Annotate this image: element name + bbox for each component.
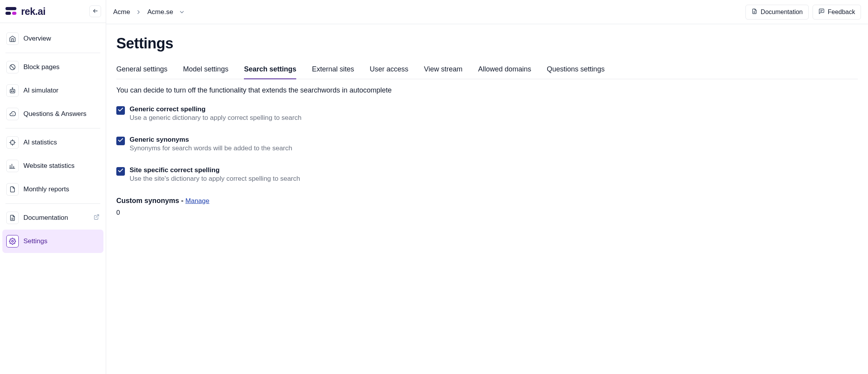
home-icon — [6, 32, 19, 45]
chat-icon — [818, 8, 825, 16]
document-icon — [751, 8, 758, 16]
checkbox-generic-synonyms[interactable] — [116, 137, 125, 145]
sidebar-item-label: Website statistics — [23, 162, 75, 170]
documentation-button[interactable]: Documentation — [745, 5, 809, 20]
svg-line-5 — [11, 66, 14, 69]
divider — [5, 128, 100, 128]
sidebar-item-settings[interactable]: Settings — [2, 230, 103, 253]
tab-search-settings[interactable]: Search settings — [244, 61, 296, 79]
cloud-question-icon: ? — [6, 108, 19, 120]
sidebar-item-label: Monthly reports — [23, 185, 69, 193]
checkbox-title: Generic correct spelling — [130, 105, 301, 113]
checkbox-row-generic-synonyms: Generic synonyms Synonyms for search wor… — [116, 136, 858, 152]
tab-model-settings[interactable]: Model settings — [183, 61, 228, 79]
sidebar-nav: Overview Block pages AI simulator ? Ques… — [0, 23, 106, 257]
svg-point-24 — [12, 240, 14, 242]
svg-rect-0 — [5, 7, 16, 10]
svg-rect-2 — [12, 12, 16, 15]
sidebar-item-label: AI simulator — [23, 87, 59, 94]
chevron-right-icon — [135, 9, 142, 15]
tab-allowed-domains[interactable]: Allowed domains — [478, 61, 531, 79]
tabs: General settings Model settings Search s… — [116, 61, 858, 79]
sidebar-item-label: Block pages — [23, 63, 60, 71]
check-icon — [117, 107, 124, 114]
sidebar-item-overview[interactable]: Overview — [2, 27, 103, 50]
checkbox-row-generic-correct-spelling: Generic correct spelling Use a generic d… — [116, 105, 858, 122]
breadcrumb: Acme Acme.se — [113, 8, 185, 16]
custom-synonyms-separator: - — [179, 197, 185, 205]
gear-icon — [6, 235, 19, 248]
brand-row: rek.ai — [0, 0, 106, 23]
topbar: Acme Acme.se Documentation — [106, 0, 868, 24]
sidebar-item-ai-simulator[interactable]: AI simulator — [2, 79, 103, 102]
sidebar: rek.ai Overview Block pages — [0, 0, 106, 374]
collapse-icon — [92, 8, 98, 15]
checkbox-desc: Use the site's dictionary to apply corre… — [130, 175, 300, 183]
checkbox-desc: Synonyms for search words will be added … — [130, 144, 292, 152]
chevron-down-icon[interactable] — [179, 9, 185, 15]
checkbox-generic-correct-spelling[interactable] — [116, 106, 125, 115]
tab-description: You can decide to turn off the functiona… — [116, 86, 858, 94]
sidebar-item-monthly-reports[interactable]: Monthly reports — [2, 178, 103, 201]
custom-synonyms-count: 0 — [116, 209, 858, 217]
external-link-icon — [93, 214, 100, 222]
checkbox-desc: Use a generic dictionary to apply correc… — [130, 114, 301, 122]
robot-icon — [6, 84, 19, 97]
tab-questions-settings[interactable]: Questions settings — [547, 61, 605, 79]
page-title: Settings — [116, 35, 858, 52]
button-label: Documentation — [761, 9, 803, 16]
sidebar-item-label: Settings — [23, 237, 47, 245]
check-icon — [117, 167, 124, 175]
sidebar-item-documentation[interactable]: Documentation — [2, 206, 103, 230]
sidebar-item-label: Documentation — [23, 214, 68, 222]
document-icon — [6, 212, 19, 224]
tab-external-sites[interactable]: External sites — [312, 61, 354, 79]
file-icon — [6, 183, 19, 196]
sidebar-item-ai-statistics[interactable]: AI statistics — [2, 131, 103, 154]
breadcrumb-site[interactable]: Acme.se — [147, 8, 173, 16]
svg-rect-1 — [5, 12, 11, 15]
custom-synonyms-label: Custom synonyms — [116, 197, 179, 205]
checkbox-title: Site specific correct spelling — [130, 166, 300, 174]
tab-view-stream[interactable]: View stream — [424, 61, 462, 79]
feedback-button[interactable]: Feedback — [813, 5, 861, 20]
content: Settings General settings Model settings… — [106, 24, 868, 228]
sidebar-item-label: AI statistics — [23, 139, 57, 146]
brand[interactable]: rek.ai — [5, 5, 45, 17]
brand-logo-icon — [5, 5, 17, 17]
checkbox-site-specific-correct-spelling[interactable] — [116, 167, 125, 176]
sidebar-item-website-statistics[interactable]: Website statistics — [2, 154, 103, 178]
manage-link[interactable]: Manage — [185, 197, 209, 205]
divider — [5, 203, 100, 204]
svg-point-8 — [13, 91, 14, 91]
breadcrumb-org[interactable]: Acme — [113, 8, 130, 16]
bar-chart-icon — [6, 160, 19, 172]
tab-general-settings[interactable]: General settings — [116, 61, 167, 79]
collapse-sidebar-button[interactable] — [89, 5, 101, 17]
svg-point-7 — [11, 91, 12, 91]
topbar-actions: Documentation Feedback — [745, 5, 861, 20]
brand-text: rek.ai — [21, 6, 45, 17]
sidebar-item-block-pages[interactable]: Block pages — [2, 55, 103, 79]
svg-text:?: ? — [12, 113, 14, 116]
svg-line-23 — [96, 215, 99, 217]
sidebar-item-questions-answers[interactable]: ? Questions & Answers — [2, 102, 103, 126]
tab-user-access[interactable]: User access — [370, 61, 408, 79]
divider — [5, 53, 100, 53]
checkbox-title: Generic synonyms — [130, 136, 292, 144]
button-label: Feedback — [828, 9, 855, 16]
svg-rect-6 — [10, 89, 15, 93]
check-icon — [117, 137, 124, 145]
svg-point-10 — [12, 88, 13, 89]
custom-synonyms-header: Custom synonyms - Manage — [116, 197, 858, 205]
sidebar-item-label: Overview — [23, 35, 51, 43]
svg-rect-12 — [11, 141, 14, 144]
chip-icon — [6, 136, 19, 149]
checkbox-row-site-specific-correct-spelling: Site specific correct spelling Use the s… — [116, 166, 858, 183]
block-icon — [6, 61, 19, 73]
sidebar-item-label: Questions & Answers — [23, 110, 87, 118]
